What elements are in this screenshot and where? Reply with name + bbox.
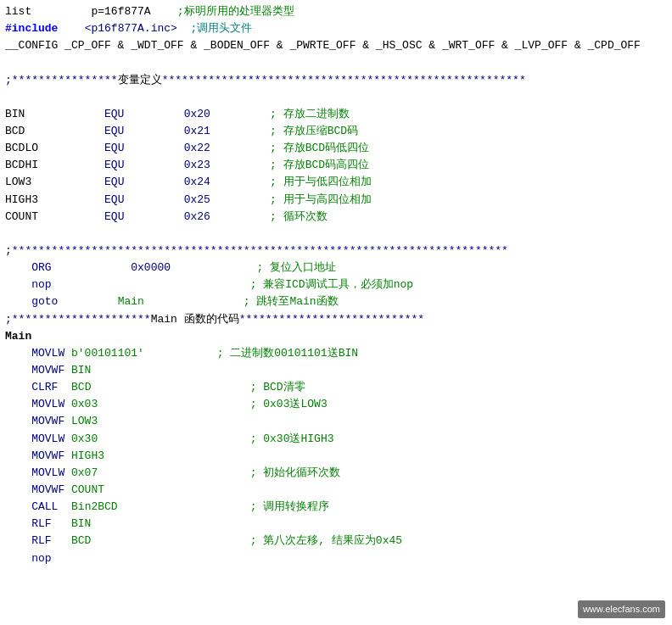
code-line-1: list p=16f877A ;标明所用的处理器类型 bbox=[5, 3, 667, 20]
code-line-20: Main bbox=[5, 328, 667, 345]
code-line-24: MOVLW 0x03 ; 0x03送LOW3 bbox=[5, 396, 667, 413]
code-line-17: nop ; 兼容ICD调试工具，必须加nop bbox=[5, 276, 667, 293]
code-line-4 bbox=[5, 54, 667, 71]
code-editor: list p=16f877A ;标明所用的处理器类型#include <p16f… bbox=[0, 0, 672, 571]
code-line-25: MOVWF LOW3 bbox=[5, 413, 667, 430]
code-line-13: COUNT EQU 0x26 ; 循环次数 bbox=[5, 209, 667, 226]
code-line-14 bbox=[5, 226, 667, 243]
code-line-2: #include <p16f877A.inc> ;调用头文件 bbox=[5, 20, 667, 37]
code-line-23: CLRF BCD ; BCD清零 bbox=[5, 379, 667, 396]
code-line-9: BCDLO EQU 0x22 ; 存放BCD码低四位 bbox=[5, 140, 667, 157]
code-line-29: MOVWF COUNT bbox=[5, 482, 667, 499]
code-line-18: goto Main ; 跳转至Main函数 bbox=[5, 293, 667, 310]
code-line-15: ;***************************************… bbox=[5, 243, 667, 259]
code-line-33: nop bbox=[5, 550, 667, 567]
code-line-19: ;*********************Main 函数的代码********… bbox=[5, 311, 667, 328]
code-line-22: MOVWF BIN bbox=[5, 362, 667, 379]
code-line-28: MOVLW 0x07 ; 初始化循环次数 bbox=[5, 465, 667, 482]
code-line-5: ;****************变量定义*******************… bbox=[5, 72, 667, 89]
code-line-30: CALL Bin2BCD ; 调用转换程序 bbox=[5, 499, 667, 516]
code-line-21: MOVLW b'00101101' ; 二进制数00101101送BIN bbox=[5, 345, 667, 362]
code-line-27: MOVWF HIGH3 bbox=[5, 448, 667, 465]
code-line-31: RLF BIN bbox=[5, 516, 667, 533]
code-line-3: __CONFIG _CP_OFF & _WDT_OFF & _BODEN_OFF… bbox=[5, 37, 667, 54]
code-line-11: LOW3 EQU 0x24 ; 用于与低四位相加 bbox=[5, 174, 667, 191]
code-line-7: BIN EQU 0x20 ; 存放二进制数 bbox=[5, 106, 667, 123]
code-line-10: BCDHI EQU 0x23 ; 存放BCD码高四位 bbox=[5, 157, 667, 174]
code-line-16: ORG 0x0000 ; 复位入口地址 bbox=[5, 259, 667, 276]
code-line-32: RLF BCD ; 第八次左移, 结果应为0x45 bbox=[5, 533, 667, 550]
code-line-6 bbox=[5, 89, 667, 106]
code-line-12: HIGH3 EQU 0x25 ; 用于与高四位相加 bbox=[5, 192, 667, 209]
code-line-8: BCD EQU 0x21 ; 存放压缩BCD码 bbox=[5, 123, 667, 140]
code-line-26: MOVLW 0x30 ; 0x30送HIGH3 bbox=[5, 431, 667, 448]
watermark: www.elecfans.com bbox=[578, 600, 665, 618]
